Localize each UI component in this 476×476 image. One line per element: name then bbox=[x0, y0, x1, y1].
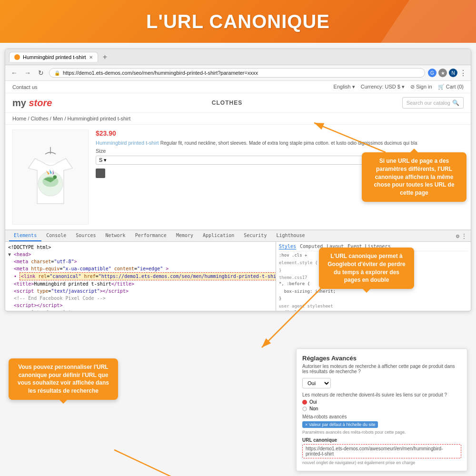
nav-back-button[interactable]: ← bbox=[9, 68, 20, 78]
devtools-tabs: Elements Console Sources Network Perform… bbox=[5, 230, 471, 242]
callout-mid: L'URL canonique permet à Googlebot d'évi… bbox=[319, 248, 414, 289]
logo-store: store bbox=[29, 98, 52, 108]
browser-chrome: Hummingbird printed t-shirt ✕ + bbox=[5, 49, 471, 65]
code-line-comment-fb: <!-- End Facebook Pixel Code --> bbox=[8, 295, 273, 302]
devtools-tab-sources[interactable]: Sources bbox=[71, 230, 100, 241]
tab-close-icon[interactable]: ✕ bbox=[89, 55, 93, 60]
code-line-charset: <meta charset="utf-8"> bbox=[8, 258, 273, 265]
language-selector[interactable]: English ▾ bbox=[334, 84, 355, 90]
product-image bbox=[12, 129, 89, 225]
devtools-tab-network[interactable]: Network bbox=[100, 230, 130, 241]
radio-oui[interactable]: Oui bbox=[302, 399, 461, 405]
browser-nav: ← → ↻ 🔒 https://demo1.ets-demos.com/seo/… bbox=[5, 65, 471, 81]
canonical-input[interactable]: https://demo1.ets-demos.com/awesomeurl/e… bbox=[302, 444, 461, 458]
panel-question2: Les moteurs de recherche doivent-ils sui… bbox=[302, 392, 461, 397]
devtools-tab-elements[interactable]: Elements bbox=[9, 230, 41, 241]
code-line-script2: <script></script> bbox=[8, 302, 273, 309]
radio-non-dot bbox=[302, 407, 307, 411]
store-logo: my store bbox=[12, 98, 52, 109]
code-line-meta-compat: <meta http-equiv="x-ua-compatible" conte… bbox=[8, 265, 273, 272]
radio-oui-dot bbox=[302, 400, 307, 405]
meta-hint: Paramètres avancés des méta-robots pour … bbox=[302, 430, 461, 435]
devtools-code-panel: <!DOCTYPE html> ▼ <head> <meta charset="… bbox=[5, 242, 276, 311]
devtools-tab-lighthouse[interactable]: Lighthouse bbox=[271, 230, 309, 241]
meta-robots-label: Méta-robots avancés bbox=[302, 414, 461, 419]
style-display-none: display: none; bbox=[279, 308, 468, 312]
radio-non-label: Non bbox=[309, 406, 318, 411]
product-price: $23.90 bbox=[96, 129, 464, 137]
devtools-more-icon[interactable]: ⋮ bbox=[461, 233, 467, 239]
page-title: L'URL CANONIQUE bbox=[146, 11, 330, 32]
tab-title: Hummingbird printed t-shirt bbox=[23, 54, 86, 60]
style-ua-label: user agent stylesheet bbox=[279, 304, 468, 308]
browser-icons: G ★ N ⋮ bbox=[428, 69, 467, 78]
svg-point-3 bbox=[53, 175, 57, 178]
code-line-noscript: <noscript></noscript> bbox=[8, 309, 273, 311]
store-nav-clothes[interactable]: CLOTHES bbox=[212, 99, 242, 106]
signin-link[interactable]: ⊘ Sign in bbox=[410, 84, 432, 90]
radio-group: Oui Non bbox=[302, 399, 461, 411]
nav-refresh-button[interactable]: ↻ bbox=[36, 68, 46, 78]
code-line-script: <script type="text/javascript"></script> bbox=[8, 288, 273, 295]
breadcrumb: Home / Clothes / Men / Hummingbird print… bbox=[5, 113, 471, 125]
star-icon: ★ bbox=[438, 69, 447, 77]
product-image-svg bbox=[22, 146, 79, 208]
devtools-tab-console[interactable]: Console bbox=[41, 230, 71, 241]
settings-panel: Réglages Avancés Autoriser les moteurs d… bbox=[296, 348, 467, 471]
callout-bottom: Vous pouvez personnaliser l'URL canoniqu… bbox=[9, 358, 118, 400]
product-desc: Regular fit, round neckline, short sleev… bbox=[160, 140, 417, 146]
color-swatch[interactable] bbox=[96, 169, 105, 178]
search-icon: 🔍 bbox=[452, 99, 459, 106]
store-topbar: Contact us English ▾ Currency: USD $ ▾ ⊘… bbox=[5, 81, 471, 93]
callout-top: Si une URL de page a des paramètres diff… bbox=[362, 152, 466, 202]
radio-oui-label: Oui bbox=[309, 399, 317, 405]
more-icon[interactable]: ⋮ bbox=[459, 69, 467, 78]
code-line-head-open: ▼ <head> bbox=[8, 251, 273, 258]
header-banner: L'URL CANONIQUE bbox=[0, 0, 476, 43]
cart-link[interactable]: 🛒 Cart (0) bbox=[438, 84, 464, 90]
devtools-settings-icon[interactable]: ⚙ bbox=[456, 233, 459, 239]
contact-link[interactable]: Contact us bbox=[12, 84, 38, 90]
lock-icon: 🔒 bbox=[54, 70, 60, 76]
product-link[interactable]: Hummingbird printed t-shirt bbox=[96, 140, 159, 146]
allow-indexing-select[interactable]: Oui bbox=[302, 378, 331, 388]
tab-new-icon[interactable]: + bbox=[103, 53, 107, 61]
url-text: https://demo1.ets-demos.com/seo/men/humm… bbox=[63, 70, 258, 76]
currency-selector[interactable]: Currency: USD $ ▾ bbox=[361, 84, 405, 90]
devtools-tab-memory[interactable]: Memory bbox=[171, 230, 198, 241]
search-bar[interactable]: Search our catalog 🔍 bbox=[402, 97, 464, 109]
search-placeholder: Search our catalog bbox=[407, 100, 450, 106]
code-line-doctype: <!DOCTYPE html> bbox=[8, 244, 273, 251]
browser-tab[interactable]: Hummingbird printed t-shirt ✕ bbox=[9, 52, 98, 62]
logo-my: my bbox=[12, 98, 29, 108]
styles-tab[interactable]: Styles bbox=[279, 244, 296, 249]
canonical-label: URL canonique bbox=[302, 437, 461, 443]
panel-subtitle: Autoriser les moteurs de recherche à aff… bbox=[302, 364, 461, 374]
url-bar[interactable]: 🔒 https://demo1.ets-demos.com/seo/men/hu… bbox=[49, 68, 425, 78]
tab-favicon bbox=[14, 54, 20, 60]
devtools-tab-security[interactable]: Security bbox=[239, 230, 271, 241]
meta-tag-value[interactable]: × Valeur par défaut à l'échelle du site bbox=[302, 421, 378, 428]
code-line-title: <title>Hummingbird printed t-shirt</titl… bbox=[8, 280, 273, 288]
profile-icon: N bbox=[449, 69, 457, 77]
radio-non[interactable]: Non bbox=[302, 406, 461, 411]
devtools-tab-application[interactable]: Application bbox=[198, 230, 239, 241]
canonical-hint: nouvel onglet de navigateur) est égaleme… bbox=[302, 460, 461, 465]
store-header: my store CLOTHES Search our catalog 🔍 bbox=[5, 93, 471, 113]
code-line-canonical[interactable]: • <link rel="canonical" href="https://de… bbox=[8, 272, 273, 280]
devtools-tab-performance[interactable]: Performance bbox=[130, 230, 171, 241]
style-before-close: } bbox=[279, 295, 468, 302]
nav-forward-button[interactable]: → bbox=[22, 68, 33, 78]
chrome-icon: G bbox=[428, 69, 436, 77]
panel-title: Réglages Avancés bbox=[302, 355, 461, 362]
